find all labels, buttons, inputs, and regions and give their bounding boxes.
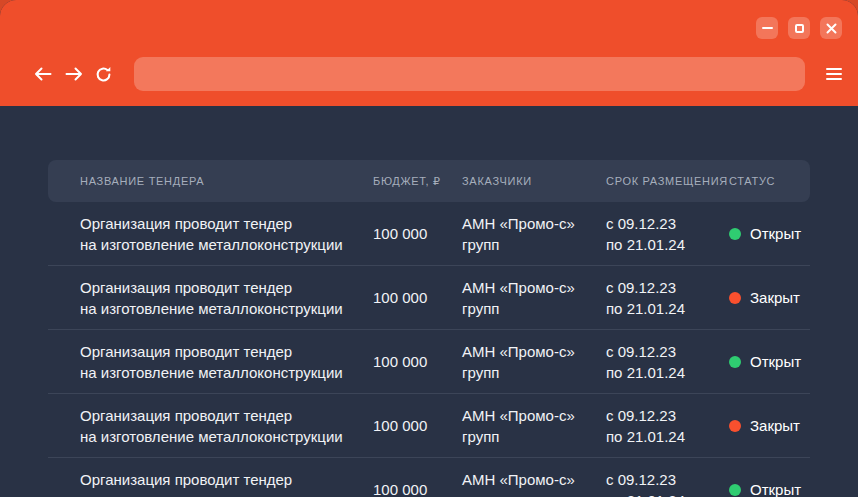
tender-customer: АМН «Промо-с» групп (462, 213, 606, 255)
tender-status: Закрыт (729, 417, 810, 434)
table-row[interactable]: Организация проводит тендер на изготовле… (48, 330, 810, 394)
reload-icon (94, 65, 113, 84)
tender-customer-line: групп (462, 426, 606, 447)
tender-customer: АМН «Промо-с» групп (462, 277, 606, 319)
table-header: НАЗВАНИЕ ТЕНДЕРА БЮДЖЕТ, ₽ ЗАКАЗЧИКИ СРО… (48, 160, 810, 202)
tender-title-line: Организация проводит тендер (80, 277, 373, 298)
tender-budget: 100 000 (373, 353, 462, 370)
hamburger-icon (826, 68, 842, 71)
table-row[interactable]: Организация проводит тендер на изготовле… (48, 202, 810, 266)
reload-button[interactable] (93, 64, 113, 84)
minimize-icon (762, 27, 773, 30)
tender-period: с 09.12.23 по 21.01.24 (606, 405, 729, 447)
browser-toolbar (0, 57, 858, 91)
tender-period-line: с 09.12.23 (606, 213, 729, 234)
status-label: Закрыт (750, 289, 800, 306)
tender-period: с 09.12.23 по 21.01.24 (606, 277, 729, 319)
minimize-button[interactable] (756, 17, 778, 39)
status-dot-icon (729, 420, 741, 432)
column-header-status: СТАТУС (729, 175, 810, 187)
maximize-icon (795, 24, 804, 33)
tender-budget: 100 000 (373, 417, 462, 434)
status-dot-icon (729, 356, 741, 368)
tender-period: с 09.12.23 по 21.01.24 (606, 469, 729, 497)
column-header-tender-name: НАЗВАНИЕ ТЕНДЕРА (48, 175, 373, 187)
tender-title: Организация проводит тендер на изготовле… (48, 213, 373, 255)
tender-period: с 09.12.23 по 21.01.24 (606, 213, 729, 255)
tenders-table: НАЗВАНИЕ ТЕНДЕРА БЮДЖЕТ, ₽ ЗАКАЗЧИКИ СРО… (48, 160, 810, 497)
status-dot-icon (729, 484, 741, 496)
tender-customer: АМН «Промо-с» групп (462, 341, 606, 383)
tender-customer-line: групп (462, 490, 606, 497)
tender-customer: АМН «Промо-с» групп (462, 469, 606, 497)
tender-title-line: Организация проводит тендер (80, 341, 373, 362)
status-label: Открыт (750, 353, 801, 370)
tender-period-line: с 09.12.23 (606, 405, 729, 426)
tender-customer-line: групп (462, 234, 606, 255)
window-titlebar (0, 0, 858, 106)
screen: НАЗВАНИЕ ТЕНДЕРА БЮДЖЕТ, ₽ ЗАКАЗЧИКИ СРО… (0, 0, 858, 497)
tender-title-line: на изготовление металлоконструкции (80, 362, 373, 383)
maximize-button[interactable] (788, 17, 810, 39)
tender-customer-line: АМН «Промо-с» (462, 469, 606, 490)
tender-customer-line: групп (462, 362, 606, 383)
tender-customer-line: АМН «Промо-с» (462, 405, 606, 426)
menu-button[interactable] (826, 68, 842, 81)
tender-title: Организация проводит тендер на изготовле… (48, 277, 373, 319)
tender-status: Открыт (729, 225, 810, 242)
column-header-period: СРОК РАЗМЕЩЕНИЯ (606, 175, 729, 187)
tender-title: Организация проводит тендер на изготовле… (48, 341, 373, 383)
forward-button[interactable] (64, 64, 84, 84)
tender-title-line: на изготовление металлоконструкции (80, 234, 373, 255)
tender-customer: АМН «Промо-с» групп (462, 405, 606, 447)
tender-title-line: на изготовление металлоконструкции (80, 298, 373, 319)
status-dot-icon (729, 292, 741, 304)
table-row[interactable]: Организация проводит тендер на изготовле… (48, 394, 810, 458)
tender-title-line: на изготовление металлоконструкции (80, 426, 373, 447)
close-button[interactable] (820, 17, 842, 39)
page-content: НАЗВАНИЕ ТЕНДЕРА БЮДЖЕТ, ₽ ЗАКАЗЧИКИ СРО… (0, 106, 858, 497)
table-row[interactable]: Организация проводит тендер на изготовле… (48, 266, 810, 330)
tender-status: Закрыт (729, 289, 810, 306)
tender-budget: 100 000 (373, 481, 462, 497)
tender-status: Открыт (729, 353, 810, 370)
back-arrow-icon (34, 67, 52, 81)
status-label: Закрыт (750, 417, 800, 434)
forward-arrow-icon (65, 67, 83, 81)
tender-period-line: с 09.12.23 (606, 341, 729, 362)
tender-period-line: с 09.12.23 (606, 469, 729, 490)
tender-customer-line: АМН «Промо-с» (462, 341, 606, 362)
table-row[interactable]: Организация проводит тендер на изготовле… (48, 458, 810, 497)
browser-window: НАЗВАНИЕ ТЕНДЕРА БЮДЖЕТ, ₽ ЗАКАЗЧИКИ СРО… (0, 0, 858, 497)
tender-title-line: Организация проводит тендер (80, 405, 373, 426)
back-button[interactable] (33, 64, 53, 84)
tender-customer-line: АМН «Промо-с» (462, 277, 606, 298)
tender-period-line: по 21.01.24 (606, 362, 729, 383)
column-header-budget: БЮДЖЕТ, ₽ (373, 175, 462, 188)
tender-budget: 100 000 (373, 225, 462, 242)
tender-period-line: по 21.01.24 (606, 426, 729, 447)
status-dot-icon (729, 228, 741, 240)
status-label: Открыт (750, 225, 801, 242)
tender-title: Организация проводит тендер на изготовле… (48, 405, 373, 447)
tender-title-line: Организация проводит тендер (80, 213, 373, 234)
window-controls (756, 17, 842, 39)
tender-period-line: с 09.12.23 (606, 277, 729, 298)
tender-period-line: по 21.01.24 (606, 298, 729, 319)
column-header-customers: ЗАКАЗЧИКИ (462, 175, 606, 187)
tender-period-line: по 21.01.24 (606, 490, 729, 497)
tender-customer-line: групп (462, 298, 606, 319)
tender-title: Организация проводит тендер на изготовле… (48, 469, 373, 497)
tender-title-line: Организация проводит тендер (80, 469, 373, 490)
tender-status: Открыт (729, 481, 810, 497)
close-icon (826, 23, 837, 34)
address-bar-input[interactable] (134, 57, 805, 91)
status-label: Открыт (750, 481, 801, 497)
tender-budget: 100 000 (373, 289, 462, 306)
tender-period: с 09.12.23 по 21.01.24 (606, 341, 729, 383)
tender-customer-line: АМН «Промо-с» (462, 213, 606, 234)
tender-title-line: на изготовление металлоконструкции (80, 490, 373, 497)
tender-period-line: по 21.01.24 (606, 234, 729, 255)
